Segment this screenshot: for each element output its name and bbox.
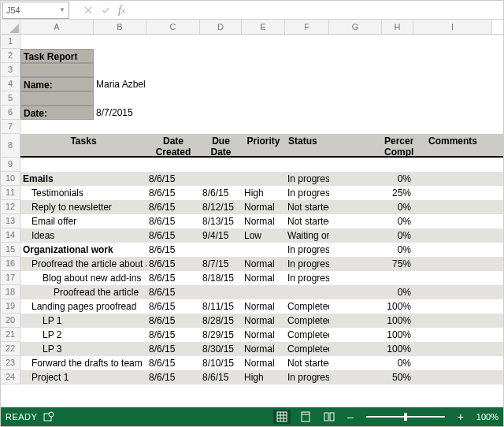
cell[interactable]	[242, 120, 285, 134]
cell[interactable]: 0%	[329, 356, 413, 370]
cell[interactable]: Completed	[285, 328, 329, 342]
cell[interactable]	[413, 158, 492, 172]
cell[interactable]: 8/6/15	[146, 299, 200, 314]
row-header[interactable]: 5	[1, 91, 20, 106]
cell[interactable]: 8/6/15	[146, 228, 200, 243]
cell[interactable]	[146, 63, 200, 77]
task-cell[interactable]: Proofread the article	[20, 285, 146, 299]
cell[interactable]: 8/6/15	[146, 342, 200, 356]
cell[interactable]	[382, 106, 413, 120]
cell[interactable]	[413, 257, 492, 271]
cell[interactable]	[242, 63, 285, 77]
cell[interactable]	[200, 285, 242, 299]
row-header[interactable]: 18	[1, 285, 20, 299]
cell[interactable]	[413, 77, 492, 91]
row-header[interactable]: 4	[1, 77, 20, 91]
cell[interactable]	[413, 63, 492, 77]
name-label[interactable]: Name:	[20, 77, 94, 91]
cell[interactable]	[94, 158, 146, 172]
cell[interactable]: 0%	[329, 214, 413, 228]
cell[interactable]: Normal	[242, 356, 285, 370]
cell[interactable]: High	[242, 370, 285, 384]
cell[interactable]: 0%	[329, 243, 413, 257]
cell[interactable]	[329, 35, 382, 49]
cell[interactable]: 8/6/15	[146, 356, 200, 370]
cell[interactable]	[94, 120, 146, 134]
cell[interactable]: In progress	[285, 257, 329, 271]
cell[interactable]: 0%	[329, 228, 413, 243]
task-cell[interactable]: LP 1	[20, 314, 146, 328]
row-header[interactable]: 1	[1, 35, 20, 49]
cell[interactable]	[382, 63, 413, 77]
cell[interactable]: 0%	[329, 172, 413, 186]
task-cell[interactable]: Organizational work	[20, 243, 146, 257]
task-cell[interactable]: LP 2	[20, 328, 146, 342]
cell[interactable]: Normal	[242, 200, 285, 214]
cell[interactable]	[242, 91, 285, 106]
cell[interactable]: High	[242, 186, 285, 200]
cell[interactable]: 8/6/15	[146, 186, 200, 200]
cell[interactable]: Normal	[242, 299, 285, 314]
cancel-icon[interactable]	[83, 6, 93, 15]
cell[interactable]	[200, 77, 242, 91]
cell[interactable]	[413, 356, 492, 370]
table-header[interactable]: Tasks	[20, 134, 146, 156]
zoom-out-button[interactable]: –	[344, 410, 357, 423]
row-header[interactable]: 12	[1, 200, 20, 214]
cell[interactable]	[20, 91, 94, 106]
cell[interactable]	[200, 63, 242, 77]
cell[interactable]: 8/10/15	[200, 356, 242, 370]
cell[interactable]: 8/28/15	[200, 314, 242, 328]
cell[interactable]	[413, 243, 492, 257]
cell[interactable]	[382, 158, 413, 172]
cell[interactable]: Normal	[242, 271, 285, 285]
zoom-percent[interactable]: 100%	[476, 412, 498, 421]
cell[interactable]	[242, 35, 285, 49]
cell[interactable]: Low	[242, 228, 285, 243]
col-header[interactable]: D	[200, 20, 242, 34]
cell[interactable]	[20, 120, 94, 134]
row-header[interactable]: 13	[1, 214, 20, 228]
cell[interactable]	[413, 49, 492, 63]
name-box[interactable]: J54 ▼	[2, 2, 69, 19]
cell[interactable]	[146, 77, 200, 91]
cell[interactable]	[200, 120, 242, 134]
col-header[interactable]: F	[285, 20, 329, 34]
table-header[interactable]: Comments	[413, 134, 492, 156]
accept-icon[interactable]	[101, 6, 110, 15]
cell[interactable]: 25%	[329, 186, 413, 200]
cell[interactable]: 8/6/15	[146, 285, 200, 299]
view-page-layout-button[interactable]	[297, 410, 314, 424]
col-header[interactable]: E	[242, 20, 285, 34]
cell[interactable]: 0%	[329, 200, 413, 214]
cell[interactable]	[285, 35, 329, 49]
cell[interactable]	[20, 158, 94, 172]
cell[interactable]	[329, 49, 382, 63]
cell[interactable]: Waiting on	[285, 228, 329, 243]
cell[interactable]: 8/12/15	[200, 200, 242, 214]
cell[interactable]	[20, 35, 94, 49]
cell[interactable]	[242, 172, 285, 186]
report-title[interactable]: Task Report	[20, 49, 94, 63]
cell[interactable]	[242, 158, 285, 172]
cell[interactable]	[413, 342, 492, 356]
cell[interactable]	[285, 91, 329, 106]
cell[interactable]	[413, 91, 492, 106]
row-header[interactable]: 3	[1, 63, 20, 77]
cell[interactable]: 8/6/15	[146, 200, 200, 214]
cell[interactable]: 8/7/15	[200, 257, 242, 271]
cell[interactable]	[242, 49, 285, 63]
cell[interactable]	[382, 77, 413, 91]
row-header[interactable]: 22	[1, 342, 20, 356]
cell[interactable]	[200, 106, 242, 120]
cell[interactable]	[329, 106, 382, 120]
row-header[interactable]: 10	[1, 172, 20, 186]
cell[interactable]: 8/6/15	[200, 186, 242, 200]
task-cell[interactable]: Email offer	[20, 214, 146, 228]
cell[interactable]	[413, 106, 492, 120]
row-header[interactable]: 9	[1, 158, 20, 172]
view-normal-button[interactable]	[273, 410, 291, 424]
task-cell[interactable]: Forward the drafts to team	[20, 356, 146, 370]
col-header[interactable]: H	[382, 20, 413, 34]
cell[interactable]	[285, 63, 329, 77]
